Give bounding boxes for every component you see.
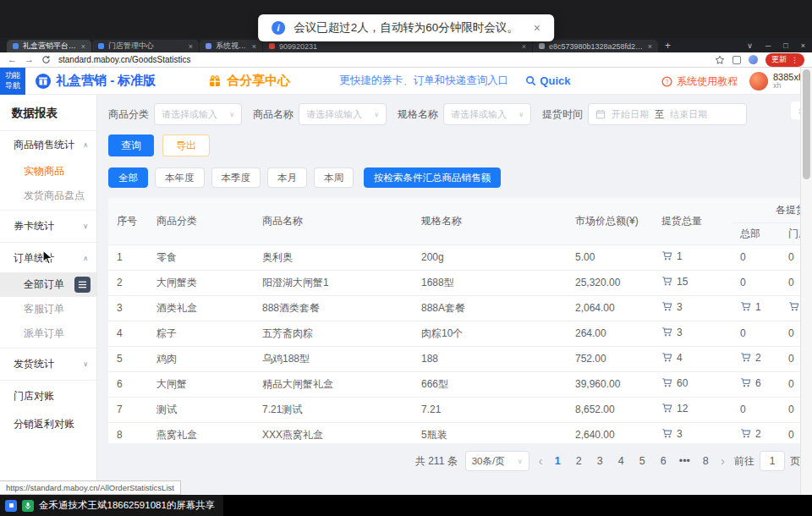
date-range-picker[interactable]: 开始日期 至 结束日期 <box>588 103 747 125</box>
col-header: 商品分类 <box>148 198 254 244</box>
filter-select-规格名称[interactable]: 请选择或输入∨ <box>443 103 531 125</box>
table-body: 1零食奥利奥200g5.001002大闸蟹类阳澄湖大闸蟹11688型25,320… <box>108 244 800 443</box>
tab-search-icon[interactable]: ∨ <box>747 41 753 50</box>
sidebar-item-实物商品[interactable]: 实物商品 <box>0 159 96 184</box>
prev-page-button[interactable]: ‹ <box>537 454 545 468</box>
cart-icon[interactable] <box>740 352 751 363</box>
quick-filter-button[interactable]: 本季度 <box>211 167 261 188</box>
quick-search-link[interactable]: Quick <box>525 74 570 87</box>
user-menu[interactable]: 8385xh xh <box>749 72 804 91</box>
sidebar-item-客服订单[interactable]: 客服订单 <box>0 297 96 321</box>
chevron-down-icon: ∨ <box>518 458 523 465</box>
update-label: 更新 <box>771 54 787 65</box>
tab-close-icon[interactable]: × <box>189 42 193 51</box>
cart-icon[interactable] <box>740 428 751 439</box>
bookmark-star-icon[interactable] <box>715 55 725 65</box>
page-number[interactable]: 2 <box>573 455 584 467</box>
profile-avatar[interactable] <box>749 55 758 64</box>
share-center-link[interactable]: 合分享中心 <box>208 73 290 89</box>
close-button[interactable]: × <box>801 41 805 50</box>
tab-label: e8c573980b1328a258fd2e6f <box>549 42 644 51</box>
maximize-button[interactable]: □ <box>783 41 787 50</box>
toast-close-icon[interactable]: × <box>534 21 540 35</box>
cart-icon[interactable] <box>788 301 799 312</box>
table-cell: 鸡肉 <box>148 346 254 371</box>
sidebar-group-订单统计[interactable]: 订单统计∧ <box>0 244 96 272</box>
filter-selects: 商品分类请选择或输入∨商品名称请选择或输入∨规格名称请选择或输入∨ <box>108 103 531 125</box>
page-number[interactable]: 5 <box>636 455 648 467</box>
cart-icon[interactable] <box>661 377 672 388</box>
quick-filter-button[interactable]: 本年度 <box>155 167 205 188</box>
page-ellipsis[interactable]: ••• <box>678 455 690 467</box>
cart-icon[interactable] <box>661 250 672 261</box>
page-number[interactable]: 8 <box>700 455 711 467</box>
function-nav-tab[interactable]: 功能 导航 <box>0 68 25 95</box>
query-button[interactable]: 查询 <box>108 134 154 156</box>
filter-select-商品名称[interactable]: 请选择或输入∨ <box>299 103 387 125</box>
tab-close-icon[interactable]: × <box>648 42 652 51</box>
next-page-button[interactable]: › <box>719 454 727 468</box>
page-number[interactable]: 6 <box>657 455 669 467</box>
table-cell: 188 <box>413 346 567 371</box>
quick-filter-button[interactable]: 本周 <box>314 167 354 188</box>
filter-label: 商品分类 <box>108 107 149 122</box>
username-sub: xh <box>773 82 804 91</box>
browser-tab[interactable]: 系统视频学习× <box>200 40 262 52</box>
page-number[interactable]: 3 <box>594 455 606 467</box>
quick-label: Quick <box>540 74 570 87</box>
cart-icon[interactable] <box>661 352 672 363</box>
quick-filter-button[interactable]: 本月 <box>267 167 307 188</box>
sidebar-item-派单订单[interactable]: 派单订单 <box>0 321 96 346</box>
cart-icon[interactable] <box>740 377 751 388</box>
page-number[interactable]: 4 <box>615 455 627 467</box>
table-cell: 5瓶装 <box>413 422 567 443</box>
sidebar-group-分销返利对账[interactable]: 分销返利对账 <box>0 410 96 438</box>
browser-tab[interactable]: 门店管理中心× <box>92 40 199 52</box>
page-scrollbar[interactable] <box>800 68 812 495</box>
sidebar-item-发货商品盘点[interactable]: 发货商品盘点 <box>0 184 96 208</box>
sidebar-group-门店对账[interactable]: 门店对账 <box>0 382 96 410</box>
tab-close-icon[interactable]: × <box>252 42 256 51</box>
page-number[interactable]: 1 <box>551 455 563 467</box>
cart-icon[interactable] <box>661 403 672 414</box>
promo-text: 更快捷的券卡、订单和快递查询入口 <box>339 74 508 88</box>
cart-icon[interactable] <box>740 301 751 312</box>
update-chip[interactable]: 更新 ⋮ <box>765 53 804 67</box>
minimize-button[interactable]: ─ <box>765 41 771 50</box>
sidebar-group-商品销售统计[interactable]: 商品销售统计∧ <box>0 131 96 159</box>
tutorial-link[interactable]: ? 系统使用教程 <box>661 74 738 89</box>
tab-close-icon[interactable]: × <box>81 42 85 51</box>
share-text: 金禾通技术王斌18662591081的屏幕共享 <box>39 499 215 512</box>
cart-count: 12 <box>677 403 688 414</box>
export-button[interactable]: 导出 <box>162 134 210 156</box>
page-size-select[interactable]: 30条/页 ∨ <box>465 451 529 471</box>
filter-select-商品分类[interactable]: 请选择或输入∨ <box>154 103 242 125</box>
browser-tab[interactable]: 909920231× <box>263 40 532 52</box>
reload-button[interactable] <box>41 55 51 64</box>
browser-tab[interactable]: e8c573980b1328a258fd2e6f× <box>533 40 658 52</box>
divider <box>0 348 96 349</box>
tab-close-icon[interactable]: × <box>522 42 526 51</box>
forward-button[interactable]: → <box>25 55 34 64</box>
cart-icon[interactable] <box>661 301 672 312</box>
date-separator: 至 <box>655 108 664 121</box>
quick-filter-button[interactable]: 全部 <box>108 167 148 188</box>
table-cell: 测试 <box>148 397 254 422</box>
pickup-qty-cell: 0 <box>780 244 800 270</box>
cart-icon[interactable] <box>661 428 672 439</box>
scrollbar-thumb[interactable] <box>803 69 810 179</box>
url-field[interactable]: standard.maboy.cn/GoodsStatistics <box>58 55 707 64</box>
menu-dots-icon[interactable]: ⋮ <box>791 56 798 64</box>
sidebar-group-券卡统计[interactable]: 券卡统计∨ <box>0 212 96 240</box>
cart-icon[interactable] <box>661 276 672 287</box>
sidebar-group-发货统计[interactable]: 发货统计∨ <box>0 350 96 378</box>
extensions-icon[interactable] <box>732 56 741 64</box>
sidebar-toggle[interactable] <box>74 277 91 293</box>
new-tab-button[interactable]: + <box>665 40 671 52</box>
summary-button[interactable]: 按检索条件汇总商品销售额 <box>364 167 501 188</box>
table-cell: 大闸蟹 <box>148 371 254 397</box>
cart-icon[interactable] <box>661 327 672 338</box>
back-button[interactable]: ← <box>8 55 17 64</box>
browser-tab[interactable]: 礼盒营销平台管理中心× <box>7 40 91 52</box>
goto-page-input[interactable] <box>760 451 785 471</box>
